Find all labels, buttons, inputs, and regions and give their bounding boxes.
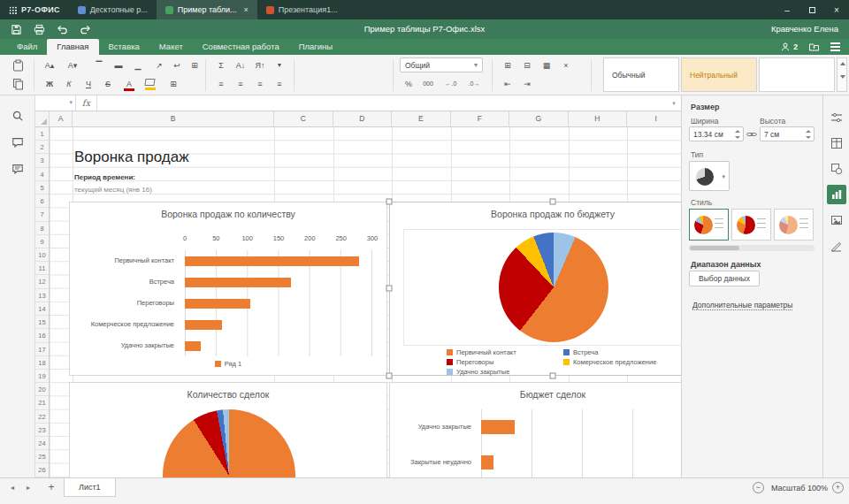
- width-input[interactable]: 13.34 см: [689, 126, 744, 141]
- insert-function-icon[interactable]: fx: [76, 95, 97, 111]
- row-header[interactable]: 9: [35, 235, 49, 248]
- percent-style-icon[interactable]: %: [400, 76, 417, 92]
- row-header[interactable]: 11: [35, 262, 49, 275]
- column-header[interactable]: B: [73, 111, 274, 126]
- app-logo[interactable]: Р7-ОФИС: [0, 0, 69, 19]
- row-header[interactable]: 24: [35, 437, 49, 450]
- sheet-next-icon[interactable]: ▸: [21, 478, 35, 498]
- comments-icon[interactable]: [0, 129, 35, 156]
- collaborators-icon[interactable]: 2: [781, 42, 798, 52]
- name-box[interactable]: ▾: [35, 95, 76, 111]
- row-header[interactable]: 19: [35, 370, 49, 383]
- underline-icon[interactable]: Ч: [80, 76, 97, 92]
- chart-funnel-count[interactable]: Воронка продаж по количеству 05010015020…: [69, 202, 387, 376]
- row-header[interactable]: 15: [35, 316, 49, 329]
- insert-cells-icon[interactable]: ⊞: [499, 57, 516, 73]
- menu-tab-1[interactable]: Файл: [7, 39, 47, 55]
- chat-icon[interactable]: [0, 156, 35, 182]
- select-all-corner[interactable]: [35, 111, 50, 126]
- signature-settings-icon[interactable]: [823, 233, 849, 258]
- add-sheet-button[interactable]: +: [44, 478, 58, 498]
- document-tab[interactable]: Десктопные р...: [69, 0, 157, 19]
- row-header[interactable]: 6: [35, 195, 49, 208]
- strikethrough-icon[interactable]: S: [99, 76, 117, 92]
- minimize-button[interactable]: –: [775, 0, 799, 19]
- row-header[interactable]: 10: [35, 248, 49, 262]
- open-file-location-icon[interactable]: [808, 42, 820, 52]
- width-spinner[interactable]: [734, 129, 741, 140]
- cell-style-normal[interactable]: Обычный: [603, 57, 679, 92]
- increase-decimal-icon[interactable]: .0→: [465, 76, 483, 92]
- user-name[interactable]: Кравченко Елена: [771, 19, 838, 39]
- paste-icon[interactable]: [9, 57, 27, 73]
- font-decrease-icon[interactable]: А▾: [64, 57, 81, 73]
- sort-asc-icon[interactable]: А↓: [232, 57, 249, 73]
- style-gallery-scrollbar[interactable]: [689, 245, 815, 251]
- zoom-out-icon[interactable]: −: [753, 482, 764, 493]
- menu-tab-3[interactable]: Вставка: [99, 39, 149, 55]
- zoom-in-icon[interactable]: +: [832, 482, 844, 493]
- row-header[interactable]: 16: [35, 329, 49, 342]
- filter-icon[interactable]: ▼: [271, 57, 288, 73]
- copy-icon[interactable]: [9, 76, 27, 92]
- keep-ratio-icon[interactable]: [746, 129, 757, 140]
- chart-deals-count[interactable]: Количество сделок: [69, 382, 387, 477]
- align-justify-icon[interactable]: ≡: [271, 76, 288, 92]
- comma-style-icon[interactable]: 000: [419, 76, 437, 92]
- valign-middle-icon[interactable]: ▬: [110, 57, 127, 73]
- number-format-select[interactable]: Общий ▾: [400, 57, 483, 73]
- column-header[interactable]: E: [392, 111, 451, 126]
- select-data-button[interactable]: Выбор данных: [689, 271, 760, 286]
- clear-icon[interactable]: ×: [557, 57, 575, 73]
- chart-style-thumbnail[interactable]: [774, 209, 814, 241]
- sheet-prev-icon[interactable]: ◂: [5, 478, 19, 498]
- row-header[interactable]: 2: [35, 141, 49, 154]
- format-as-table-icon[interactable]: ▦: [538, 57, 555, 73]
- cell-style-empty[interactable]: [759, 57, 835, 92]
- row-header[interactable]: 3: [35, 154, 49, 167]
- sheet-title-text[interactable]: Воронка продаж: [74, 149, 189, 166]
- bold-icon[interactable]: Ж: [41, 76, 58, 92]
- height-input[interactable]: 7 см: [760, 126, 815, 141]
- chart-settings-icon[interactable]: [823, 181, 849, 207]
- cell-settings-icon[interactable]: [823, 104, 849, 130]
- selection-handle[interactable]: [386, 286, 393, 292]
- sheet-tab-list1[interactable]: Лист1: [64, 478, 116, 497]
- pie-chart[interactable]: [163, 409, 295, 477]
- decrease-decimal-icon[interactable]: ←.0: [442, 76, 460, 92]
- undo-icon[interactable]: [51, 19, 73, 39]
- chart-style-thumbnail[interactable]: [689, 209, 729, 241]
- row-header[interactable]: 5: [35, 181, 49, 195]
- table-settings-icon[interactable]: [823, 130, 849, 156]
- maximize-button[interactable]: [799, 0, 824, 19]
- chart-funnel-budget[interactable]: Воронка продаж по бюджету Первичный конт…: [389, 202, 681, 376]
- formula-bar-collapse-icon[interactable]: ▾: [667, 100, 681, 107]
- merge-cells-icon[interactable]: ⊞: [186, 57, 203, 73]
- row-header[interactable]: 1: [35, 127, 49, 141]
- selection-handle[interactable]: [386, 373, 393, 379]
- main-menu-icon[interactable]: [830, 46, 840, 48]
- italic-icon[interactable]: К: [60, 76, 78, 92]
- selection-handle[interactable]: [550, 199, 556, 205]
- column-header[interactable]: C: [274, 111, 333, 126]
- font-color-icon[interactable]: А: [120, 76, 138, 92]
- row-header[interactable]: 7: [35, 208, 49, 221]
- gallery-scroll-down-icon[interactable]: [838, 71, 846, 81]
- menu-tab-6[interactable]: Плагины: [289, 39, 343, 55]
- row-header[interactable]: 23: [35, 424, 49, 437]
- shape-settings-icon[interactable]: [823, 156, 849, 181]
- menu-tab-4[interactable]: Макет: [149, 39, 193, 55]
- column-header[interactable]: I: [627, 111, 681, 126]
- redo-icon[interactable]: [74, 19, 96, 39]
- period-value[interactable]: текущий месяц (янв 16): [74, 186, 152, 194]
- chart-deals-budget[interactable]: Бюджет сделок Удачно закрытыеЗакрытые не…: [389, 382, 681, 477]
- menu-tab-2[interactable]: Главная: [47, 39, 98, 55]
- row-header[interactable]: 13: [35, 289, 49, 302]
- row-header[interactable]: 18: [35, 356, 49, 370]
- column-header[interactable]: A: [50, 111, 73, 126]
- row-header[interactable]: 4: [35, 168, 49, 181]
- column-header[interactable]: H: [569, 111, 628, 126]
- print-icon[interactable]: [28, 19, 50, 39]
- row-header[interactable]: 14: [35, 302, 49, 316]
- font-increase-icon[interactable]: А▴: [41, 57, 58, 73]
